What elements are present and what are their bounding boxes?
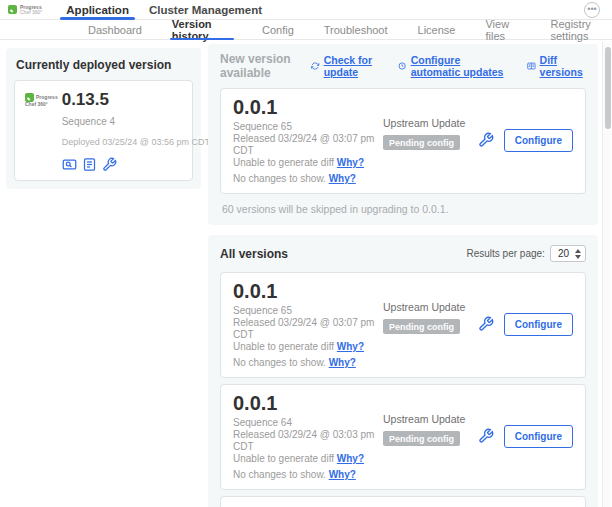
diff-note: Unable to generate diff Why?	[233, 341, 383, 353]
released-date: Released 03/29/24 @ 03:07 pm CDT	[233, 133, 383, 157]
logo-icon	[25, 93, 34, 102]
skipped-versions-note: 60 versions will be skipped in upgrading…	[220, 203, 586, 215]
deployed-version-card: Progress Chef 360° 0.13.5 Sequence 4 Dep…	[14, 80, 193, 181]
deployed-sequence: Sequence 4	[62, 116, 210, 127]
pending-config-badge: Pending config	[383, 319, 460, 334]
released-date: Released 03/29/24 @ 03:07 pm CDT	[233, 317, 383, 341]
logo-name: Progress	[36, 95, 58, 100]
results-per-page-select[interactable]: 20	[550, 245, 586, 262]
edit-config-icon[interactable]	[478, 428, 494, 444]
no-changes-note: No changes to show. Why?	[233, 469, 383, 481]
version-row: 0.0.1 Sequence 63 Released 03/29/24 @ 02…	[220, 496, 586, 507]
version-number: 0.0.1	[233, 279, 383, 303]
tab-registry-settings[interactable]: Registry settings	[550, 20, 612, 39]
pending-config-badge: Pending config	[383, 431, 460, 446]
configure-button[interactable]: Configure	[504, 129, 573, 152]
refresh-icon	[311, 60, 319, 72]
why-link[interactable]: Why?	[329, 469, 356, 480]
results-per-page-label: Results per page:	[466, 248, 544, 259]
new-version-panel: New version available Check for update	[208, 44, 598, 225]
sequence-label: Sequence 65	[233, 305, 383, 317]
currently-deployed-panel: Currently deployed version Progress Chef…	[6, 48, 201, 189]
app-logo: Progress Chef 360°	[25, 90, 58, 172]
all-versions-panel: All versions Results per page: 20 0.0.1	[208, 235, 598, 507]
why-link[interactable]: Why?	[337, 341, 364, 352]
configure-automatic-updates-link[interactable]: Configure automatic updates	[398, 54, 510, 78]
tab-version-history[interactable]: Version history	[172, 20, 232, 39]
tab-view-files[interactable]: View files	[485, 20, 520, 39]
logo-subtitle: Chef 360°	[25, 102, 48, 107]
upstream-update-label: Upstream Update	[383, 117, 465, 129]
why-link[interactable]: Why?	[337, 453, 364, 464]
progress-chef-logo: Progress Chef 360°	[8, 0, 42, 19]
more-menu-button[interactable]: •••	[584, 2, 600, 18]
check-for-update-link[interactable]: Check for update	[311, 54, 382, 78]
edit-config-icon[interactable]	[478, 132, 494, 148]
new-version-card: 0.0.1 Sequence 65 Released 03/29/24 @ 03…	[220, 88, 586, 194]
upstream-update-label: Upstream Update	[383, 301, 465, 313]
no-changes-note: No changes to show. Why?	[233, 173, 383, 185]
configure-button[interactable]: Configure	[504, 313, 573, 336]
version-number: 0.0.1	[233, 95, 383, 119]
logo-icon	[8, 5, 17, 14]
tab-license[interactable]: License	[418, 20, 456, 39]
tab-troubleshoot[interactable]: Troubleshoot	[324, 20, 388, 39]
currently-deployed-title: Currently deployed version	[16, 58, 193, 72]
version-number: 0.0.1	[233, 503, 383, 507]
new-version-title: New version available	[220, 52, 311, 80]
why-link[interactable]: Why?	[337, 157, 364, 168]
deployed-version-number: 0.13.5	[62, 90, 210, 110]
no-changes-note: No changes to show. Why?	[233, 357, 383, 369]
diff-icon	[527, 60, 536, 72]
release-notes-icon[interactable]	[82, 157, 97, 172]
tab-config[interactable]: Config	[262, 20, 294, 39]
why-link[interactable]: Why?	[329, 173, 356, 184]
deployed-date: Deployed 03/25/24 @ 03:56 pm CDT	[62, 137, 210, 147]
sub-nav: Dashboard Version history Config Trouble…	[0, 20, 612, 40]
upstream-update-label: Upstream Update	[383, 413, 465, 425]
diff-note: Unable to generate diff Why?	[233, 453, 383, 465]
edit-config-icon[interactable]	[102, 157, 117, 172]
vertical-scrollbar	[602, 42, 611, 507]
logo-subtitle: Chef 360°	[20, 10, 42, 15]
tab-application[interactable]: Application	[56, 0, 139, 19]
version-row: 0.0.1 Sequence 65 Released 03/29/24 @ 03…	[220, 272, 586, 378]
deploy-logs-icon[interactable]	[62, 157, 77, 172]
all-versions-title: All versions	[220, 247, 288, 261]
version-row: 0.0.1 Sequence 64 Released 03/29/24 @ 03…	[220, 384, 586, 490]
pending-config-badge: Pending config	[383, 135, 460, 150]
select-spinner-icon	[575, 249, 581, 259]
clock-icon	[398, 60, 406, 72]
scrollbar-thumb[interactable]	[605, 47, 611, 129]
version-number: 0.0.1	[233, 391, 383, 415]
diff-versions-link[interactable]: Diff versions	[527, 54, 586, 78]
tab-dashboard[interactable]: Dashboard	[88, 20, 142, 39]
why-link[interactable]: Why?	[329, 357, 356, 368]
configure-button[interactable]: Configure	[504, 425, 573, 448]
main-content: Currently deployed version Progress Chef…	[0, 40, 612, 507]
tab-cluster-management[interactable]: Cluster Management	[139, 0, 272, 19]
released-date: Released 03/29/24 @ 03:03 pm CDT	[233, 429, 383, 453]
diff-note: Unable to generate diff Why?	[233, 157, 383, 169]
sequence-label: Sequence 65	[233, 121, 383, 133]
edit-config-icon[interactable]	[478, 316, 494, 332]
sequence-label: Sequence 64	[233, 417, 383, 429]
